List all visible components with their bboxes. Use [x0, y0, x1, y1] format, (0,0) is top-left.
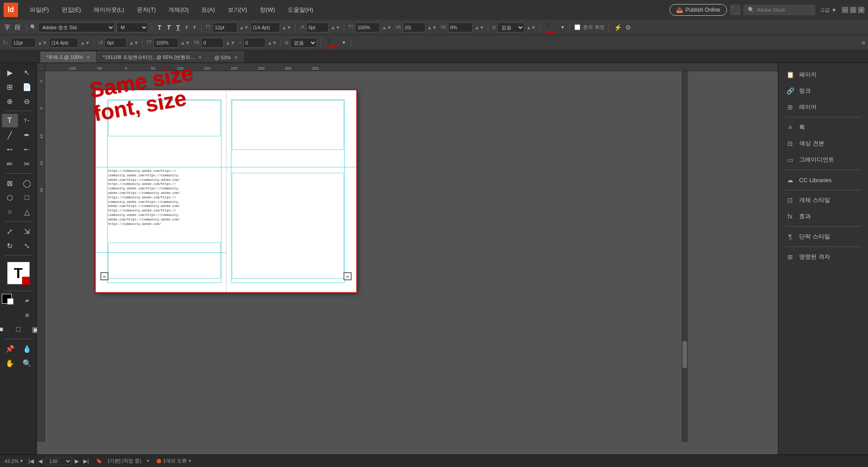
- size2-spinner[interactable]: ▲▼: [37, 40, 47, 45]
- eye-dropper-tool[interactable]: 💧: [19, 342, 35, 355]
- scale2-spinner[interactable]: ▲▼: [129, 40, 139, 45]
- panel-cc-libraries[interactable]: ☁ CC Libraries: [778, 172, 868, 188]
- scissors-tool[interactable]: ✂: [19, 157, 35, 171]
- zoom-down-icon[interactable]: ▾: [20, 458, 23, 464]
- fg-bg-swatches[interactable]: [2, 294, 18, 307]
- leading-input2[interactable]: [49, 38, 78, 48]
- shear-tool[interactable]: ⤡: [19, 239, 35, 252]
- optical-select[interactable]: 없음: [497, 22, 524, 32]
- ellipse-frame-tool[interactable]: ◯: [19, 176, 35, 190]
- scale-spinner[interactable]: ▲▼: [330, 25, 340, 30]
- text-frame-top-right[interactable]: [232, 100, 344, 150]
- zoom-tool[interactable]: 🔍: [19, 356, 35, 370]
- panel-links[interactable]: 🔗 링크: [778, 83, 868, 99]
- tracking-input[interactable]: [448, 22, 473, 32]
- optical-spinner[interactable]: ▲▼: [526, 25, 536, 30]
- scrollbar-thumb[interactable]: [683, 341, 687, 368]
- menu-object[interactable]: 개체(O): [166, 4, 191, 16]
- panel-effects[interactable]: fx 효과: [778, 208, 868, 225]
- panel-object-style[interactable]: ⊡ 개체 스타일: [778, 192, 868, 208]
- panel-pages[interactable]: 📋 페이지: [778, 67, 868, 83]
- rect-frame-tool[interactable]: ⊠: [2, 176, 18, 190]
- overset-indicator-right[interactable]: ∞: [344, 272, 352, 280]
- maximize-button[interactable]: □: [850, 7, 856, 13]
- close-button[interactable]: ✕: [858, 7, 864, 13]
- char-color2-arrow[interactable]: ▾: [341, 39, 347, 46]
- first-page-btn[interactable]: |◀: [27, 457, 36, 465]
- font-size-input2[interactable]: [11, 38, 36, 48]
- text-frame-links[interactable]: https://community.adobe.com/https:// com…: [108, 169, 224, 252]
- default-colors-btn[interactable]: ⊞: [19, 308, 35, 322]
- rect-tool[interactable]: □: [19, 191, 35, 204]
- last-page-btn[interactable]: ▶|: [81, 457, 90, 465]
- leading2-spinner[interactable]: ▲▼: [80, 40, 90, 45]
- background-swatch[interactable]: [7, 298, 14, 305]
- swap-colors-btn[interactable]: ⇄: [19, 294, 35, 307]
- publish-online-button[interactable]: 📤 Publish Online: [669, 4, 727, 16]
- baseline2-spinner[interactable]: ▲▼: [267, 40, 277, 45]
- error-indicator[interactable]: 1개의 오류 ▾: [157, 458, 191, 464]
- note-tool[interactable]: 📌: [2, 342, 18, 355]
- mode-down-icon[interactable]: ▾: [147, 458, 149, 464]
- settings-icon[interactable]: ⚙: [625, 24, 631, 31]
- subscript-button[interactable]: T: [191, 24, 198, 31]
- selection-tool[interactable]: ▶: [2, 66, 18, 79]
- h-scale-input[interactable]: [355, 22, 380, 32]
- font-name-select[interactable]: Adobe 명조 Std: [38, 22, 115, 32]
- font-size-input[interactable]: [212, 22, 237, 32]
- delete-anchor-tool[interactable]: ✒−: [19, 143, 35, 156]
- text-frame-bottom-right[interactable]: [232, 173, 344, 278]
- line-tool[interactable]: ╱: [2, 128, 18, 142]
- libraries-button[interactable]: ⬛: [730, 4, 741, 15]
- italic-button[interactable]: T: [165, 23, 173, 32]
- char-rotate-checkbox[interactable]: [574, 24, 580, 30]
- settings2-icon[interactable]: ≡: [862, 39, 865, 46]
- type-path-tool[interactable]: T~: [19, 114, 35, 127]
- tab-1[interactable]: *무제-1 @ 100% ✕: [41, 52, 96, 63]
- kern-input[interactable]: [403, 22, 425, 32]
- font-style-select[interactable]: M: [117, 22, 148, 32]
- leading-spinner[interactable]: ▲▼: [282, 25, 292, 30]
- superscript-button[interactable]: T: [184, 24, 190, 31]
- content-collect-tool[interactable]: ⊕: [2, 94, 18, 108]
- para-toggle[interactable]: 段: [13, 22, 23, 32]
- character-toggle[interactable]: 字: [3, 22, 12, 32]
- tab-2[interactable]: *191108 프랑켄슈타인...@ 65% [변환되... ✕: [97, 52, 208, 63]
- panel-swatches[interactable]: ⊟ 색상 견본: [778, 135, 868, 152]
- h-scale2-spinner[interactable]: ▲▼: [180, 40, 190, 45]
- panel-stroke[interactable]: ≡ 획: [778, 119, 868, 135]
- bold-button[interactable]: T: [156, 23, 163, 32]
- scale2-input[interactable]: [104, 38, 127, 48]
- baseline2-input[interactable]: [243, 38, 266, 48]
- apply-color-btn[interactable]: ■: [0, 323, 9, 336]
- add-anchor-tool[interactable]: ✒+: [2, 143, 18, 156]
- direct-select-tool[interactable]: ↖: [19, 66, 35, 79]
- next-page-btn[interactable]: ▶: [73, 457, 81, 465]
- polygon-frame-tool[interactable]: ⬡: [2, 191, 18, 204]
- menu-layout[interactable]: 레이아웃(L): [91, 4, 127, 16]
- scale-tool[interactable]: ⇲: [19, 225, 35, 238]
- free-transform-tool[interactable]: ⤢: [2, 225, 18, 238]
- optical2-select[interactable]: 없음: [290, 38, 317, 48]
- char-color-arrow[interactable]: ▾: [560, 23, 566, 31]
- ellipse-tool[interactable]: ○: [2, 205, 18, 219]
- menu-edit[interactable]: 편집(E): [59, 4, 84, 16]
- menu-help[interactable]: 도움말(H): [285, 4, 316, 16]
- text-frame-top-left[interactable]: [108, 100, 221, 136]
- menu-file[interactable]: 파일(F): [27, 4, 52, 16]
- tracking-spinner[interactable]: ▲▼: [475, 25, 484, 30]
- scrollbar-vertical[interactable]: [682, 71, 688, 442]
- tab-2-close[interactable]: ✕: [198, 55, 202, 60]
- page-tool[interactable]: 📄: [19, 80, 35, 94]
- underline-button[interactable]: T: [174, 23, 182, 32]
- panel-layers[interactable]: ⊞ 레이어: [778, 99, 868, 115]
- gap-tool[interactable]: ⊞: [2, 80, 18, 94]
- chevron-down-icon[interactable]: ▾: [832, 6, 836, 13]
- page-number-select[interactable]: 130: [45, 457, 72, 465]
- apply-none-btn[interactable]: □: [10, 323, 27, 336]
- leading-input[interactable]: [251, 22, 280, 32]
- type-tool[interactable]: T: [2, 114, 18, 127]
- overset-indicator-left[interactable]: ∞: [100, 272, 108, 280]
- menu-text[interactable]: 문자(T): [134, 4, 159, 16]
- hand-tool[interactable]: ✋: [2, 356, 18, 370]
